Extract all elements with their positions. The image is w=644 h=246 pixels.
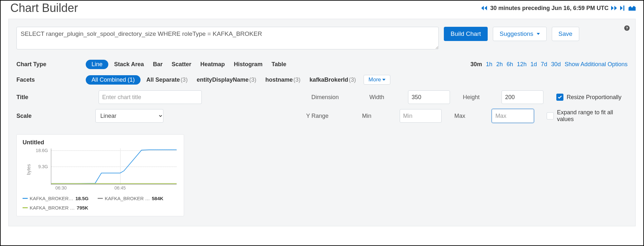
title-label: Title [16, 94, 86, 101]
chart-type-line[interactable]: Line [86, 60, 108, 69]
preset-12h[interactable]: 12h [517, 61, 527, 68]
time-presets: 30m 1h 2h 6h 12h 1d 7d 30d Show Addition… [471, 61, 628, 68]
legend-item: KAFKA_BROKER… 18.5G [23, 194, 89, 203]
chart-type-histogram[interactable]: Histogram [229, 60, 267, 69]
facets-label: Facets [16, 77, 86, 83]
width-input[interactable] [408, 90, 450, 104]
skip-end-icon[interactable] [620, 5, 626, 11]
preset-6h[interactable]: 6h [507, 61, 513, 68]
facet-count: (3) [349, 77, 356, 83]
preset-30d[interactable]: 30d [551, 61, 561, 68]
facet-count: (3) [181, 77, 188, 83]
preset-1h[interactable]: 1h [486, 61, 493, 68]
facet-label: kafkaBrokerId [309, 77, 348, 83]
facet-hostname[interactable]: hostname(3) [261, 75, 305, 85]
scale-label: Scale [16, 113, 83, 119]
chart-type-label: Chart Type [16, 61, 86, 68]
facet-label: entityDisplayName [197, 77, 249, 83]
legend-label: KAFKA_BROKER … [105, 194, 150, 203]
height-input[interactable] [502, 90, 543, 104]
min-input[interactable] [400, 109, 442, 123]
chart-type-bar[interactable]: Bar [148, 60, 167, 69]
max-label: Max [454, 113, 479, 119]
facet-active-label: All Combined [92, 77, 126, 83]
svg-text:?: ? [626, 26, 628, 30]
expand-range-toggle[interactable]: Expand range to fit all values [547, 109, 628, 123]
preset-1d[interactable]: 1d [531, 61, 537, 68]
help-icon[interactable]: ? [624, 25, 630, 33]
legend-label: KAFKA_BROKER… [30, 194, 73, 203]
legend-item: KAFKA_BROKER … 584K [98, 194, 163, 203]
title-input[interactable] [99, 90, 202, 104]
min-label: Min [362, 113, 386, 119]
build-chart-button[interactable]: Build Chart [444, 27, 488, 41]
facets-more-button[interactable]: More [364, 75, 390, 85]
max-input[interactable] [492, 109, 534, 123]
time-range-selector[interactable]: 30 minutes preceding Jun 16, 6:59 PM UTC [481, 5, 636, 12]
y-axis-label: bytes [26, 164, 31, 175]
save-button[interactable]: Save [552, 27, 579, 41]
facet-entity-display-name[interactable]: entityDisplayName(3) [192, 75, 261, 85]
rewind-fast-icon[interactable] [481, 5, 488, 11]
dimension-label: Dimension [311, 94, 356, 101]
legend-swatch [98, 198, 103, 199]
facet-all-separate[interactable]: All Separate(3) [142, 75, 192, 85]
legend-swatch [23, 198, 28, 199]
resize-proportionally-toggle[interactable]: Resize Proportionally [556, 94, 621, 101]
x-tick: 06:30 [55, 185, 67, 190]
chart-type-heatmap[interactable]: Heatmap [196, 60, 229, 69]
height-label: Height [463, 94, 489, 101]
resize-label: Resize Proportionally [567, 94, 621, 101]
legend-swatch [23, 207, 28, 208]
preset-7d[interactable]: 7d [541, 61, 547, 68]
scale-select[interactable]: Linear [95, 109, 163, 123]
show-additional-options[interactable]: Show Additional Options [565, 61, 628, 68]
preset-30m[interactable]: 30m [471, 61, 482, 68]
chart-builder-panel: ? SELECT ranger_plugin_solr_spool_direct… [8, 19, 636, 226]
chart-legend: KAFKA_BROKER… 18.5G KAFKA_BROKER … 584K … [23, 193, 178, 212]
facet-active-count: (1) [128, 77, 135, 83]
y-tick: 18.6G [36, 148, 48, 153]
y-tick: 9.3G [38, 164, 48, 169]
chart-type-scatter[interactable]: Scatter [167, 60, 196, 69]
facet-label: hostname [265, 77, 293, 83]
chart-preview-card: Untitled bytes 18.6G 9.3G 06:30 06:45 [16, 134, 184, 216]
checkbox-unchecked-icon [547, 112, 554, 119]
chart-plot-area[interactable]: bytes 18.6G 9.3G 06:30 06:45 [32, 149, 178, 190]
chart-area-icon[interactable] [629, 5, 636, 11]
facet-count: (3) [293, 77, 300, 83]
facet-count: (3) [249, 77, 256, 83]
facet-all-combined[interactable]: All Combined (1) [86, 75, 141, 85]
chart-preview-title: Untitled [23, 139, 178, 146]
legend-value: 18.5G [75, 194, 89, 203]
query-input[interactable]: SELECT ranger_plugin_solr_spool_director… [16, 27, 439, 49]
forward-fast-icon[interactable] [611, 5, 618, 11]
chart-type-stack-area[interactable]: Stack Area [110, 60, 148, 69]
chart-type-table[interactable]: Table [267, 60, 291, 69]
checkbox-checked-icon [556, 94, 563, 101]
legend-value: 795K [77, 204, 88, 212]
legend-label: KAFKA_BROKER … [30, 204, 75, 212]
facets-more-label: More [368, 77, 381, 83]
suggestions-button[interactable]: Suggestions [493, 27, 547, 41]
width-label: Width [369, 94, 395, 101]
yrange-label: Y Range [306, 113, 349, 119]
suggestions-label: Suggestions [500, 30, 533, 37]
facet-kafka-broker-id[interactable]: kafkaBrokerId(3) [305, 75, 360, 85]
x-tick: 06:45 [114, 185, 126, 190]
legend-value: 584K [152, 194, 163, 203]
legend-item: KAFKA_BROKER … 795K [23, 204, 88, 212]
preset-2h[interactable]: 2h [496, 61, 503, 68]
chevron-down-icon [537, 33, 540, 35]
time-range-text: 30 minutes preceding Jun 16, 6:59 PM UTC [490, 5, 609, 12]
chevron-down-icon [382, 79, 385, 81]
expand-range-label: Expand range to fit all values [557, 109, 628, 123]
page-title: Chart Builder [10, 1, 78, 15]
facet-label: All Separate [146, 77, 180, 83]
